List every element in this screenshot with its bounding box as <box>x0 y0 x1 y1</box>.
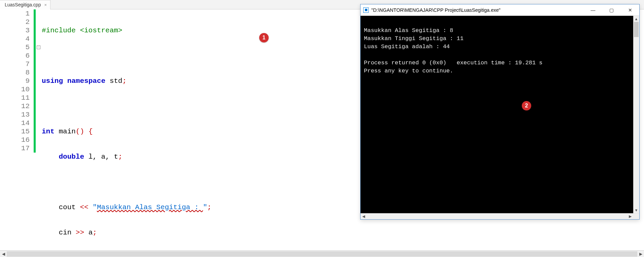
maximize-button[interactable]: ▢ <box>602 4 621 15</box>
console-line: Masukkan Alas Segitiga : 8 <box>364 27 453 34</box>
line-number: 17 <box>0 144 30 153</box>
code-token: " <box>203 203 207 211</box>
line-number: 13 <box>0 110 30 119</box>
fold-gutter: − <box>36 9 41 257</box>
line-number: 3 <box>0 26 30 35</box>
line-number: 5 <box>0 43 30 52</box>
code-token: Masukkan Alas Segitiga : <box>97 203 203 211</box>
line-number-gutter: 1 2 3 4 5 6 7 8 9 10 11 12 13 14 15 16 1… <box>0 9 34 257</box>
callout-badge-2: 2 <box>522 101 531 110</box>
code-line <box>42 178 258 186</box>
line-number: 7 <box>0 60 30 68</box>
scrollbar-corner <box>633 214 639 219</box>
line-number: 11 <box>0 94 30 102</box>
scrollbar-track[interactable] <box>7 251 637 257</box>
code-token: std <box>110 77 123 85</box>
code-token: namespace <box>67 77 105 85</box>
scrollbar-thumb[interactable] <box>7 251 637 257</box>
close-button[interactable]: ✕ <box>621 4 639 15</box>
scroll-left-icon[interactable]: ◀ <box>361 214 367 219</box>
console-window: "D:\NGANTOR\MENGAJAR\CPP Project\LuasSeg… <box>360 4 640 220</box>
code-token <box>42 153 59 161</box>
minimize-button[interactable]: — <box>584 4 602 15</box>
vertical-scrollbar[interactable]: ▲ ▼ <box>633 16 639 213</box>
line-number: 10 <box>0 85 30 94</box>
code-token: using <box>42 77 63 85</box>
code-body[interactable]: #include <iostream> using namespace std;… <box>41 9 258 257</box>
line-number: 6 <box>0 52 30 60</box>
code-token: l, a, t <box>84 153 118 161</box>
code-token: ; <box>122 77 127 85</box>
scroll-up-icon[interactable]: ▲ <box>633 16 639 22</box>
code-token: " <box>93 203 97 211</box>
fold-icon[interactable]: − <box>37 45 40 49</box>
code-token <box>89 203 93 211</box>
console-output[interactable]: Masukkan Alas Segitiga : 8 Masukkan Ting… <box>361 16 633 213</box>
console-line: Masukkan Tinggi Segitiga : 11 <box>364 35 464 42</box>
scroll-right-icon[interactable]: ▶ <box>637 251 644 257</box>
console-horizontal-scrollbar[interactable]: ◀ ▶ <box>361 213 639 219</box>
code-token <box>42 203 59 211</box>
line-number: 9 <box>0 77 30 85</box>
code-token: cout <box>59 203 80 211</box>
tab-file[interactable]: LuasSegitiga.cpp × <box>0 0 50 9</box>
code-token: cin <box>59 229 75 236</box>
callout-badge-1: 1 <box>259 33 269 42</box>
code-line <box>42 52 258 60</box>
code-token: #include <iostream> <box>42 27 122 34</box>
scroll-down-icon[interactable]: ▼ <box>633 207 639 213</box>
code-token: () <box>76 128 84 135</box>
line-number: 1 <box>0 9 30 18</box>
line-number: 15 <box>0 127 30 136</box>
scrollbar-track[interactable] <box>633 22 639 207</box>
line-number: 16 <box>0 136 30 144</box>
line-number: 4 <box>0 35 30 43</box>
scrollbar-thumb[interactable] <box>634 22 639 37</box>
console-line: Luas Segitiga adalah : 44 <box>364 43 450 50</box>
scrollbar-track[interactable] <box>367 214 627 219</box>
line-number: 14 <box>0 119 30 127</box>
titlebar[interactable]: "D:\NGANTOR\MENGAJAR\CPP Project\LuasSeg… <box>361 4 639 16</box>
code-token <box>42 229 59 236</box>
code-token: >> <box>76 229 84 236</box>
code-token: << <box>80 203 88 211</box>
code-token: ; <box>93 229 97 236</box>
code-token: ; <box>118 153 123 161</box>
close-icon[interactable]: × <box>44 3 47 7</box>
scroll-left-icon[interactable]: ◀ <box>0 251 7 257</box>
horizontal-scrollbar[interactable]: ◀ ▶ <box>0 250 644 257</box>
tab-label: LuasSegitiga.cpp <box>5 2 41 7</box>
code-token: ; <box>207 203 212 211</box>
window-title: "D:\NGANTOR\MENGAJAR\CPP Project\LuasSeg… <box>371 7 584 13</box>
console-line: Process returned 0 (0x0) execution time … <box>364 60 543 66</box>
line-number: 8 <box>0 68 30 77</box>
line-number: 2 <box>0 18 30 26</box>
code-token: main <box>59 128 75 135</box>
code-token: a <box>84 229 93 236</box>
code-line <box>42 102 258 110</box>
scroll-right-icon[interactable]: ▶ <box>627 214 633 219</box>
code-token: { <box>84 128 93 135</box>
console-line: Press any key to continue. <box>364 68 453 74</box>
line-number: 12 <box>0 102 30 110</box>
code-token: double <box>59 153 84 161</box>
app-icon <box>363 7 369 13</box>
code-token: int <box>42 128 55 135</box>
